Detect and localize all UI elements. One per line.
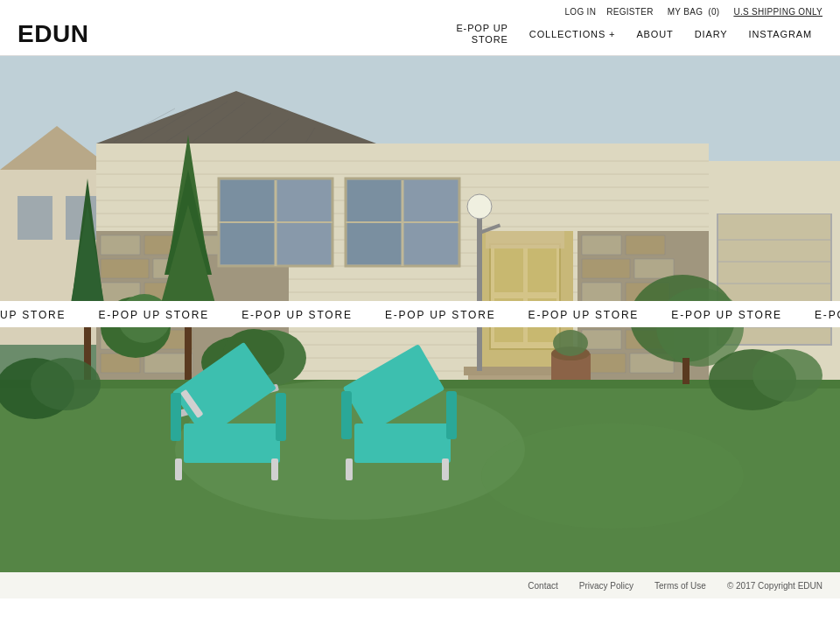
- svg-rect-44: [582, 283, 621, 302]
- nav-epop-store[interactable]: E-POP UP STORE: [445, 23, 518, 46]
- nav-diary[interactable]: DIARY: [684, 29, 738, 39]
- shipping-label: U.S SHIPPING ONLY: [733, 7, 822, 17]
- nav-links: E-POP UP STORE COLLECTIONS + ABOUT DIARY…: [445, 23, 822, 46]
- svg-rect-126: [442, 458, 449, 480]
- svg-rect-127: [341, 391, 352, 439]
- svg-rect-26: [101, 235, 140, 255]
- svg-rect-73: [528, 248, 556, 292]
- log-in-link[interactable]: LOG IN: [565, 7, 597, 17]
- my-bag-label[interactable]: MY BAG: [668, 7, 704, 17]
- svg-rect-41: [626, 235, 665, 255]
- svg-point-130: [752, 349, 822, 402]
- copyright-text: © 2017 Copyright EDUN: [727, 581, 822, 591]
- svg-rect-42: [582, 259, 630, 278]
- auth-links: LOG IN REGISTER: [565, 7, 654, 17]
- ticker-content: UP STORE E-POP UP STORE E-POP UP STORE E…: [0, 309, 840, 321]
- nav-instagram[interactable]: INSTAGRAM: [738, 29, 823, 39]
- svg-rect-121: [171, 393, 181, 441]
- svg-rect-117: [184, 424, 280, 463]
- svg-rect-122: [276, 393, 286, 441]
- svg-rect-125: [346, 458, 353, 480]
- ticker-bar: UP STORE E-POP UP STORE E-POP UP STORE E…: [0, 301, 840, 327]
- svg-rect-118: [175, 458, 182, 480]
- shipping-info: U.S SHIPPING ONLY: [733, 7, 822, 17]
- svg-rect-76: [486, 231, 564, 248]
- svg-rect-119: [271, 458, 278, 480]
- svg-point-90: [467, 194, 492, 219]
- bag-info: MY BAG (0): [668, 7, 720, 17]
- nav-collections[interactable]: COLLECTIONS +: [519, 29, 626, 39]
- main-nav: EDUN E-POP UP STORE COLLECTIONS + ABOUT …: [0, 20, 840, 56]
- svg-rect-114: [682, 358, 690, 384]
- svg-rect-48: [582, 330, 621, 349]
- site-footer: Contact Privacy Policy Terms of Use © 20…: [0, 572, 840, 598]
- svg-point-99: [481, 424, 744, 528]
- header-top-bar: LOG IN REGISTER MY BAG (0) U.S SHIPPING …: [0, 0, 840, 20]
- svg-rect-72: [494, 248, 523, 292]
- svg-rect-128: [446, 391, 457, 439]
- terms-link[interactable]: Terms of Use: [654, 581, 706, 591]
- nav-about[interactable]: ABOUT: [626, 29, 683, 39]
- epop-line1: E-POP UP: [456, 23, 508, 33]
- svg-rect-85: [709, 161, 840, 214]
- contact-link[interactable]: Contact: [528, 581, 557, 591]
- epop-line2: STORE: [472, 34, 508, 45]
- svg-rect-124: [354, 424, 451, 463]
- hero-section: 20: [0, 56, 840, 572]
- svg-rect-43: [634, 259, 674, 278]
- register-link[interactable]: REGISTER: [606, 7, 654, 17]
- svg-point-132: [31, 358, 101, 410]
- svg-point-94: [553, 330, 588, 356]
- site-logo[interactable]: EDUN: [18, 20, 89, 48]
- bag-count: (0): [708, 7, 719, 17]
- privacy-link[interactable]: Privacy Policy: [579, 581, 634, 591]
- svg-rect-29: [101, 259, 149, 278]
- svg-rect-4: [18, 196, 52, 240]
- svg-rect-40: [582, 235, 621, 255]
